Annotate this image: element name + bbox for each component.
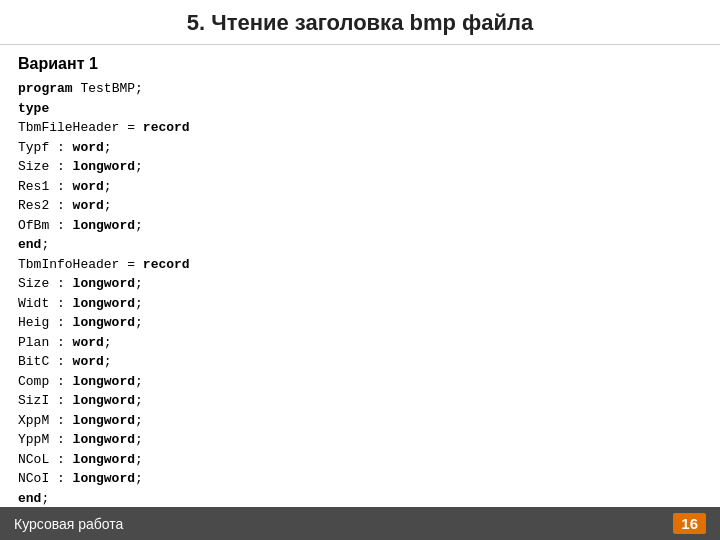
variant-label: Вариант 1 [18,55,702,73]
code-line: Res1 : word; [18,177,702,197]
code-line: Plan : word; [18,333,702,353]
code-line: Size : longword; [18,274,702,294]
code-line: NCoL : longword; [18,450,702,470]
code-line: program TestBMP; [18,79,702,99]
code-line: TbmFileHeader = record [18,118,702,138]
slide-header: 5. Чтение заголовка bmp файла [0,0,720,45]
code-line: Comp : longword; [18,372,702,392]
code-line: SizI : longword; [18,391,702,411]
slide-footer: Курсовая работа 16 [0,507,720,540]
code-line: Size : longword; [18,157,702,177]
slide-content: Вариант 1 program TestBMP;type TbmFileHe… [0,45,720,507]
slide-title: 5. Чтение заголовка bmp файла [20,10,700,36]
code-line: XppM : longword; [18,411,702,431]
code-line: TbmInfoHeader = record [18,255,702,275]
code-block: program TestBMP;type TbmFileHeader = rec… [18,79,702,507]
code-line: Widt : longword; [18,294,702,314]
code-line: Heig : longword; [18,313,702,333]
code-line: Typf : word; [18,138,702,158]
code-line: NCoI : longword; [18,469,702,489]
code-line: BitC : word; [18,352,702,372]
code-line: YppM : longword; [18,430,702,450]
footer-label: Курсовая работа [14,516,123,532]
page-number: 16 [673,513,706,534]
code-line: OfBm : longword; [18,216,702,236]
code-line: type [18,99,702,119]
code-line: Res2 : word; [18,196,702,216]
code-line: end; [18,489,702,508]
code-line: end; [18,235,702,255]
